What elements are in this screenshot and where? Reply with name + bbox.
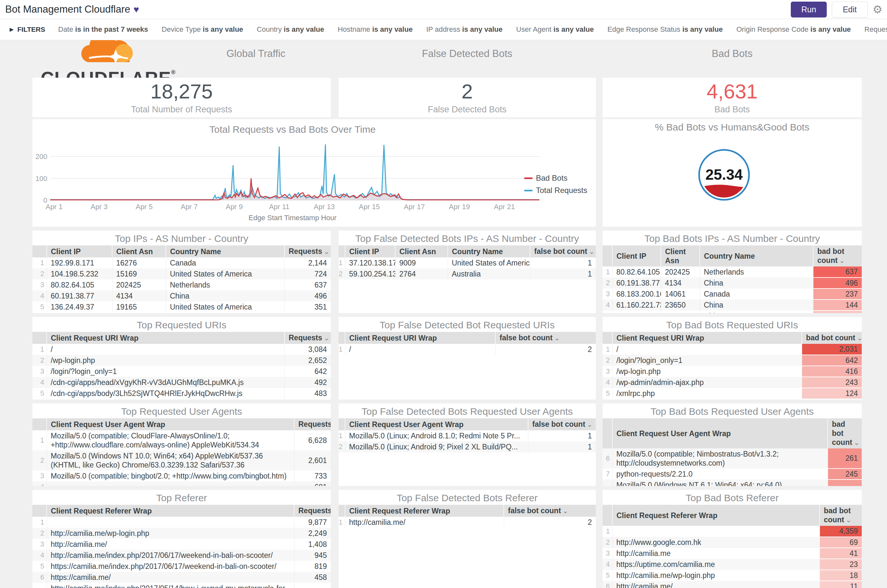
value-cell[interactable]: 2,652 (284, 355, 331, 366)
value-cell[interactable]: 733 (294, 471, 331, 482)
table-cell[interactable]: 9009 (395, 257, 448, 268)
table-cell[interactable]: https://uptime.com/camilia.me (612, 559, 819, 570)
table-cell[interactable]: 60.191.38.77 (612, 278, 661, 288)
table-cell[interactable] (47, 517, 294, 528)
column-header[interactable]: Country Name (448, 245, 530, 257)
table-cell[interactable]: / (612, 344, 802, 355)
column-header[interactable]: bad bot count⌄ (819, 505, 862, 526)
table-cell[interactable]: United States of America (448, 257, 530, 268)
value-cell[interactable]: 144 (813, 300, 862, 310)
value-cell[interactable]: 2,144 (284, 257, 331, 268)
value-cell[interactable]: 215 (828, 480, 862, 486)
column-header[interactable]: Requests⌄ (294, 418, 331, 430)
value-cell[interactable]: 1,408 (294, 539, 331, 550)
column-header[interactable]: Client IP (47, 245, 112, 257)
value-cell[interactable]: 637 (813, 267, 862, 278)
table-cell[interactable]: 202425 (112, 279, 166, 291)
table-cell[interactable]: 37.120.138.173 (345, 257, 395, 268)
table-cell[interactable]: http://camilia.me/ (612, 581, 819, 588)
table-cell[interactable]: / (47, 344, 284, 355)
table-cell[interactable]: http://www.google.com.hk (612, 537, 819, 548)
table-cell[interactable]: 80.82.64.105 (47, 279, 112, 291)
table-cell[interactable]: 202425 (661, 267, 700, 278)
value-cell[interactable]: 351 (284, 302, 331, 312)
table-cell[interactable]: Mozilla/5.0 (compatible; CloudFlare-Alwa… (47, 430, 294, 450)
value-cell[interactable]: 945 (294, 550, 331, 561)
table-cell[interactable]: China (700, 300, 813, 310)
value-cell[interactable]: 124 (802, 388, 862, 399)
column-header[interactable]: false bot count⌄ (504, 505, 596, 517)
value-cell[interactable]: 69 (819, 537, 862, 548)
table-cell[interactable]: 122.193.199.179 (612, 310, 661, 313)
filter-item[interactable]: Origin Response Code is any value (737, 25, 851, 34)
value-cell[interactable]: 237 (813, 288, 862, 300)
timeseries-chart[interactable]: Total Requests vs Bad Bots Over Time0100… (32, 119, 596, 226)
column-header[interactable]: Client Request URI Wrap (345, 332, 495, 344)
value-cell[interactable]: 4,359 (819, 526, 862, 537)
table-cell[interactable]: 4134 (112, 291, 166, 302)
table-cell[interactable] (612, 526, 819, 537)
column-header[interactable]: bad bot count⌄ (802, 332, 862, 344)
filter-item[interactable]: IP address is any value (426, 25, 503, 34)
value-cell[interactable]: 245 (828, 468, 862, 480)
value-cell[interactable]: 3,084 (284, 344, 331, 355)
value-cell[interactable]: 11 (819, 581, 862, 588)
table-cell[interactable]: python-requests/2.21.0 (612, 468, 828, 480)
value-cell[interactable]: 132 (813, 310, 862, 313)
filter-item[interactable]: Date is in the past 7 weeks (58, 25, 148, 34)
column-header[interactable]: Client Request URI Wrap (612, 332, 802, 344)
table-cell[interactable]: 104.198.5.232 (47, 268, 112, 279)
value-cell[interactable]: 492 (284, 377, 331, 388)
table-cell[interactable]: China (700, 310, 813, 313)
value-cell[interactable]: 284 (294, 583, 331, 588)
value-cell[interactable]: 496 (284, 291, 331, 302)
table-cell[interactable]: Mozilla/5.0 (Windows NT 10.0; Win64; x64… (47, 450, 294, 471)
table-cell[interactable]: /login/?login_only=1 (612, 355, 802, 366)
filter-item[interactable]: Edge Response Status is any value (607, 25, 723, 34)
value-cell[interactable]: 2,249 (294, 528, 331, 539)
value-cell[interactable]: 243 (802, 377, 862, 388)
column-header[interactable]: Client Request User Agent Wrap (47, 418, 294, 430)
table-cell[interactable]: 23650 (661, 300, 700, 310)
column-header[interactable]: Client IP (612, 245, 661, 267)
table-cell[interactable]: 136.24.49.37 (47, 302, 112, 312)
table-cell[interactable]: / (345, 344, 495, 355)
column-header[interactable]: Client Asn (395, 245, 448, 257)
table-cell[interactable]: 16276 (112, 257, 166, 268)
column-header[interactable]: Requests⌄ (284, 332, 331, 344)
table-cell[interactable]: http://camilia.me/ (345, 517, 504, 528)
value-cell[interactable]: 681 (294, 482, 331, 486)
table-cell[interactable]: China (166, 291, 284, 302)
table-cell[interactable]: China (700, 278, 813, 288)
table-cell[interactable]: 80.82.64.105 (612, 267, 661, 278)
value-cell[interactable]: 2,601 (294, 450, 331, 471)
column-header[interactable]: Client Request URI Wrap (47, 332, 284, 344)
table-cell[interactable]: /login/?login_only=1 (47, 366, 284, 377)
value-cell[interactable]: 637 (284, 279, 331, 291)
legend-item[interactable]: Bad Bots (524, 174, 587, 183)
column-header[interactable]: Requests⌄ (294, 505, 331, 517)
table-cell[interactable]: Canada (700, 288, 813, 300)
value-cell[interactable]: 642 (802, 355, 862, 366)
table-cell[interactable]: 4134 (661, 278, 700, 288)
table-cell[interactable]: Mozilla/5.0 (compatible; bingbot/2.0; +h… (47, 471, 294, 482)
filters-toggle[interactable]: ▶ FILTERS (10, 26, 45, 33)
table-cell[interactable]: http://camilia.me/wp-login.php (612, 570, 819, 581)
column-header[interactable]: Client IP (345, 245, 395, 257)
filter-item[interactable]: Hostname is any value (338, 25, 413, 34)
column-header[interactable]: Client Asn (112, 245, 166, 257)
edit-button[interactable]: Edit (832, 2, 867, 18)
table-cell[interactable]: /xmlrpc.php (612, 388, 802, 399)
table-cell[interactable]: Australia (448, 268, 530, 279)
table-cell[interactable]: 2764 (395, 268, 448, 279)
table-cell[interactable]: Canada (166, 257, 284, 268)
table-cell[interactable]: Mozilla/5.0 (Linux; Android 9; Pixel 2 X… (345, 441, 528, 452)
column-header[interactable]: Country Name (700, 245, 813, 267)
table-cell[interactable]: /wp-admin/admin-ajax.php (612, 377, 802, 388)
filter-item[interactable]: Device Type is any value (162, 25, 243, 34)
filter-item[interactable]: User Agent is any value (516, 25, 594, 34)
table-cell[interactable]: United States of America (166, 302, 284, 312)
table-cell[interactable]: http://camilia.me/wp-login.php (47, 528, 294, 539)
value-cell[interactable]: 1 (528, 441, 596, 452)
table-cell[interactable]: 61.160.221.73 (612, 300, 661, 310)
